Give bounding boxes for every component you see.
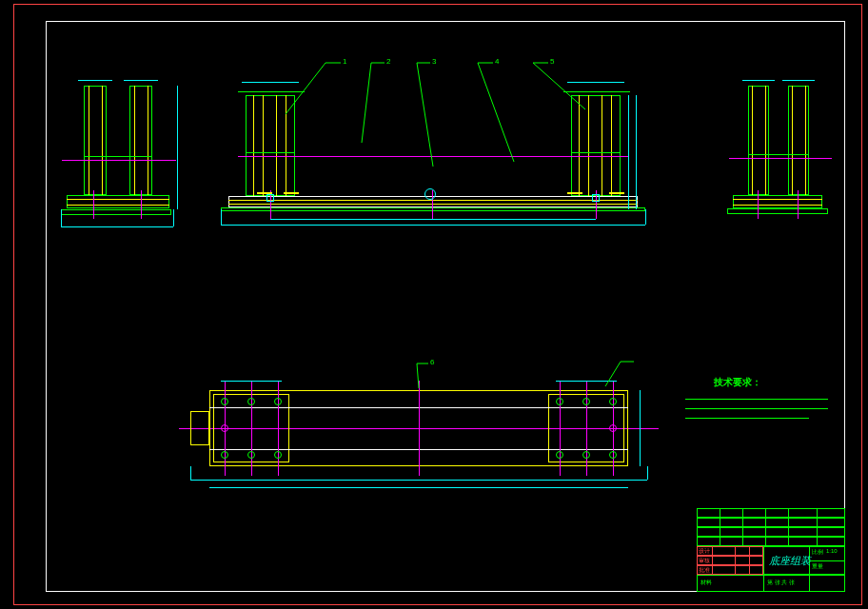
drawing-title: 底座组装 [769, 554, 811, 568]
tech-req-title: 技术要求： [714, 376, 761, 389]
tb-check-label: 审核 [699, 557, 710, 565]
tech-req-line [685, 403, 828, 409]
callout-label: 4 [495, 57, 499, 66]
callout-label: 6 [430, 358, 434, 366]
tech-req-line [685, 394, 828, 400]
callout-label: 2 [386, 57, 390, 66]
callout-label: 3 [432, 57, 436, 66]
cad-drawing-canvas: { "frame": { "outer": { "x": 14, "y": 4,… [0, 0, 868, 609]
tb-sheet-label: 第 张 共 张 [767, 579, 795, 587]
tb-scale-label: 比例 [812, 548, 823, 557]
view-plan [190, 381, 647, 495]
callout-label: 5 [550, 57, 554, 66]
tb-scale-value: 1:10 [826, 548, 838, 554]
title-block: 底座组装 设计 审核 批准 比例 1:10 重量 第 张 共 张 材料 [697, 508, 845, 592]
tb-material-label: 材料 [700, 579, 712, 587]
view-front-elevation [228, 76, 638, 228]
tb-approve-label: 批准 [699, 566, 710, 575]
tb-design-label: 设计 [699, 547, 710, 556]
tech-req-line [685, 413, 809, 419]
callout-label: 1 [343, 57, 346, 66]
view-side-left [67, 86, 171, 228]
tb-mass-label: 重量 [812, 562, 823, 571]
view-side-right [733, 86, 828, 228]
